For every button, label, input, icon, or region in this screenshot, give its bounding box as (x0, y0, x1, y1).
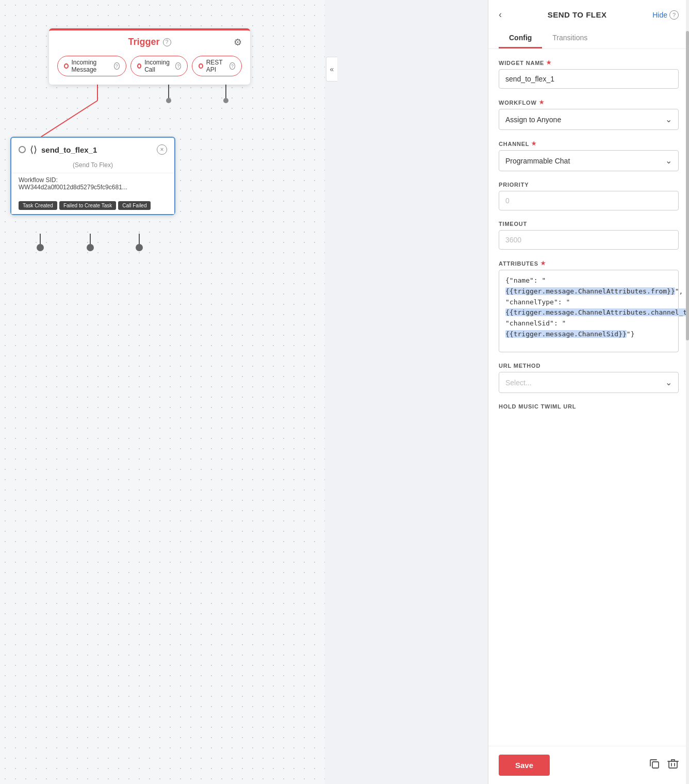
attributes-textarea[interactable]: {"name": "{{trigger.message.ChannelAttri… (499, 270, 679, 352)
priority-field: PRIORITY (499, 182, 679, 210)
widget-name-required: ★ (546, 59, 552, 66)
attributes-required: ★ (540, 260, 546, 267)
attributes-label: ATTRIBUTES ★ (499, 260, 679, 267)
collapse-icon: « (330, 65, 334, 73)
url-method-chevron-icon: ⌄ (665, 378, 672, 387)
panel-title: SEND TO FLEX (548, 10, 607, 19)
panel-hide-group: Hide ? (652, 10, 679, 20)
workflow-chevron-icon: ⌄ (665, 115, 672, 124)
workflow-required: ★ (539, 99, 545, 106)
priority-label: PRIORITY (499, 182, 679, 188)
hold-music-label: HOLD MUSIC TWIML URL (499, 403, 679, 410)
flex-close-icon[interactable]: × (157, 144, 167, 155)
rest-api-label: REST API (206, 59, 227, 73)
trigger-title: Trigger (128, 37, 159, 47)
call-failed-badge: Call Failed (118, 201, 151, 210)
channel-chevron-icon: ⌄ (665, 156, 672, 166)
url-method-placeholder: Select... (505, 379, 532, 387)
panel-header: ‹ SEND TO FLEX Hide ? Config Transitions (488, 0, 689, 49)
incoming-message-button[interactable]: Incoming Message ? (57, 56, 126, 76)
svg-rect-14 (669, 761, 677, 768)
url-method-field: URL METHOD Select... ⌄ (499, 363, 679, 393)
incoming-message-label: Incoming Message (72, 59, 111, 73)
hold-music-field: HOLD MUSIC TWIML URL (499, 403, 679, 410)
canvas: Trigger ? ⚙ Incoming Message ? Incoming … (0, 0, 325, 784)
incoming-message-help-icon[interactable]: ? (114, 62, 120, 70)
panel-scrollbar[interactable] (686, 0, 689, 784)
panel-body: WIDGET NAME ★ WORKFLOW ★ Assign to Anyon… (488, 49, 689, 746)
panel-scrollbar-thumb (686, 31, 689, 340)
timeout-label: TIMEOUT (499, 221, 679, 227)
workflow-select[interactable]: Assign to Anyone ⌄ (499, 109, 679, 130)
svg-rect-13 (652, 762, 659, 768)
widget-name-label: WIDGET NAME ★ (499, 59, 679, 66)
trigger-node: Trigger ? ⚙ Incoming Message ? Incoming … (49, 28, 250, 85)
svg-point-10 (87, 244, 94, 251)
channel-field: CHANNEL ★ Programmable Chat ⌄ (499, 140, 679, 171)
flex-node-info: Workflow SID: WW344d2a0f0012d8d5279c5fc9… (11, 173, 174, 197)
svg-point-4 (166, 98, 171, 103)
panel-back-button[interactable]: ‹ (499, 9, 502, 20)
trigger-help-icon[interactable]: ? (163, 38, 171, 46)
panel-footer: Save (488, 746, 689, 784)
widget-name-field: WIDGET NAME ★ (499, 59, 679, 89)
flex-node-name: send_to_flex_1 (41, 145, 153, 154)
svg-point-8 (37, 244, 44, 251)
delete-icon[interactable] (667, 758, 679, 772)
flex-node-icon: ⟨⟩ (30, 144, 37, 155)
timeout-input[interactable] (499, 230, 679, 250)
tab-transitions[interactable]: Transitions (542, 28, 598, 48)
incoming-call-help-icon[interactable]: ? (175, 62, 181, 70)
widget-name-input[interactable] (499, 69, 679, 89)
flex-node[interactable]: ⟨⟩ send_to_flex_1 × (Send To Flex) Workf… (10, 137, 175, 215)
panel-tabs: Config Transitions (499, 28, 679, 48)
flex-node-badges: Task Created Failed to Create Task Call … (11, 197, 174, 214)
rest-api-dot (199, 63, 203, 69)
attributes-field: ATTRIBUTES ★ {"name": "{{trigger.message… (499, 260, 679, 352)
trigger-gear-icon[interactable]: ⚙ (234, 37, 242, 48)
footer-icons (649, 758, 679, 772)
panel-top-row: ‹ SEND TO FLEX Hide ? (499, 9, 679, 20)
incoming-call-label: Incoming Call (144, 59, 172, 73)
url-method-label: URL METHOD (499, 363, 679, 369)
workflow-select-value: Assign to Anyone (505, 116, 561, 124)
workflow-field: WORKFLOW ★ Assign to Anyone ⌄ (499, 99, 679, 130)
incoming-message-dot (64, 63, 69, 69)
rest-api-button[interactable]: REST API ? (192, 56, 242, 76)
channel-label: CHANNEL ★ (499, 140, 679, 147)
panel-help-icon[interactable]: ? (669, 10, 679, 20)
priority-input[interactable] (499, 191, 679, 210)
flex-node-radio (19, 146, 26, 153)
save-button[interactable]: Save (499, 755, 550, 776)
trigger-header: Trigger ? ⚙ (49, 30, 250, 52)
channel-select[interactable]: Programmable Chat ⌄ (499, 150, 679, 171)
timeout-field: TIMEOUT (499, 221, 679, 250)
copy-icon[interactable] (649, 758, 660, 772)
flex-node-header: ⟨⟩ send_to_flex_1 × (11, 138, 174, 161)
svg-line-1 (41, 101, 97, 137)
incoming-call-button[interactable]: Incoming Call ? (130, 56, 188, 76)
failed-to-create-badge: Failed to Create Task (59, 201, 116, 210)
workflow-label: WORKFLOW ★ (499, 99, 679, 106)
rest-api-help-icon[interactable]: ? (229, 62, 235, 70)
channel-required: ★ (531, 140, 537, 147)
channel-select-value: Programmable Chat (505, 157, 570, 165)
right-panel: ‹ SEND TO FLEX Hide ? Config Transitions… (488, 0, 689, 784)
task-created-badge: Task Created (19, 201, 57, 210)
trigger-buttons: Incoming Message ? Incoming Call ? REST … (49, 52, 250, 85)
workflow-sid-label: Workflow SID: (19, 176, 58, 184)
collapse-toggle-button[interactable]: « (326, 57, 337, 81)
workflow-sid-value: WW344d2a0f0012d8d5279c5fc9c681... (19, 184, 127, 191)
panel-hide-button[interactable]: Hide (652, 11, 667, 19)
flex-node-subtitle: (Send To Flex) (11, 161, 174, 173)
incoming-call-dot (137, 63, 141, 69)
svg-point-12 (136, 244, 143, 251)
tab-config[interactable]: Config (499, 28, 542, 48)
url-method-select[interactable]: Select... ⌄ (499, 372, 679, 393)
svg-point-6 (223, 98, 228, 103)
